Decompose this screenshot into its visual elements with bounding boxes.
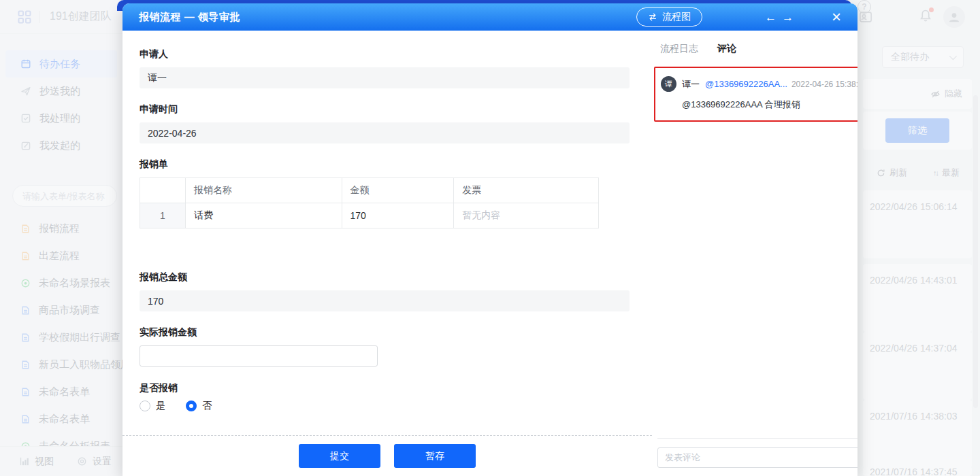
settings-button[interactable]: 设置 [77, 456, 112, 468]
todo-card[interactable]: 2022/04/26 14:37:04 [863, 332, 972, 400]
form-list-item[interactable]: 出差流程 [0, 242, 136, 269]
form-list-item[interactable]: 未命名场景报表 [0, 269, 136, 296]
comment-input[interactable] [657, 447, 858, 468]
chevron-down-icon [949, 52, 957, 60]
sidebar-item-cc-to-me[interactable]: 抄送我的 [5, 78, 117, 105]
table-row: 1 话费 170 暂无内容 [140, 203, 599, 228]
calendar-icon [20, 58, 31, 69]
form-item-label: 未命名表单 [39, 386, 90, 398]
cell-amount: 170 [342, 203, 454, 228]
comment-mention-link[interactable]: @13369692226AA... [705, 79, 787, 89]
form-list-item[interactable]: 未命名表单 [0, 378, 136, 405]
flowchart-button[interactable]: 流程图 [636, 7, 702, 27]
task-dialog: 报销流程 — 领导审批 流程图 ← → × 申请人 谭一 申请时间 202 [122, 3, 858, 476]
report-icon [20, 278, 31, 288]
expense-table: 报销名称 金额 发票 1 话费 170 暂无内容 [140, 177, 599, 228]
field-label-total: 报销总金额 [140, 271, 630, 284]
actual-amount-input[interactable] [140, 345, 378, 367]
prev-arrow-icon[interactable]: ← [765, 12, 777, 23]
todo-filter-select[interactable]: 全部待办 [882, 46, 964, 68]
todo-filter-value: 全部待办 [891, 51, 929, 63]
user-avatar[interactable] [943, 6, 965, 28]
form-list-item[interactable]: 学校假期出行调查 [0, 324, 136, 351]
todo-card[interactable]: 2021/07/16 14:38:03 [863, 400, 972, 468]
cell-index: 1 [140, 203, 186, 228]
file-icon [20, 251, 31, 261]
radio-yes[interactable]: 是 [140, 400, 165, 412]
todo-timestamp: 2021/07/16 14:37:45 [870, 466, 957, 476]
refresh-button[interactable]: 刷新 [877, 167, 907, 179]
apps-grid-icon[interactable] [18, 10, 31, 24]
sidebar-item-label: 抄送我的 [39, 85, 80, 98]
form-footer: 提交 暂存 [122, 435, 652, 476]
radio-yes-label: 是 [156, 400, 165, 412]
todo-card[interactable]: 2022/04/26 15:06:14 [863, 190, 972, 258]
todo-timestamp: 2022/04/26 14:37:04 [870, 343, 957, 354]
submit-button[interactable]: 提交 [299, 444, 380, 468]
form-list-item[interactable]: 报销流程 [0, 215, 136, 242]
edit-icon [20, 140, 31, 151]
col-header-invoice: 发票 [454, 178, 599, 203]
sort-latest-button[interactable]: ↑↓ 最新 [933, 167, 960, 179]
col-header-index [140, 178, 186, 203]
close-icon[interactable]: × [826, 9, 847, 25]
next-arrow-icon[interactable]: → [782, 12, 794, 23]
hide-toggle[interactable]: 隐藏 [863, 79, 972, 109]
bell-icon[interactable] [919, 9, 932, 22]
radio-no-label: 否 [202, 400, 212, 412]
sort-label: 最新 [942, 167, 960, 179]
sidebar-nav: 待办任务 抄送我的 我处理的 我发起的 [0, 34, 122, 159]
sidebar-item-todo-tasks[interactable]: 待办任务 [5, 50, 117, 78]
form-item-label: 未命名表单 [39, 413, 90, 426]
todo-list-panel: ? 全部待办 隐藏 筛选 [858, 0, 980, 476]
todo-card[interactable]: 2022/04/26 14:43:01 [863, 264, 972, 332]
col-header-amount: 金额 [342, 178, 454, 203]
comment-author: 谭一 [682, 78, 700, 90]
file-icon [20, 224, 31, 234]
topbar-icons: ? [858, 0, 980, 34]
tab-process-log[interactable]: 流程日志 [660, 43, 698, 55]
field-label-actual: 实际报销金额 [140, 326, 630, 339]
cell-name: 话费 [185, 203, 342, 228]
dialog-nav-arrows: ← → [765, 12, 794, 23]
flow-icon [648, 12, 657, 22]
notification-dot [929, 7, 934, 12]
form-search-input[interactable] [12, 185, 117, 207]
form-list-item[interactable]: 商品市场调查 [0, 296, 136, 324]
save-draft-button[interactable]: 暂存 [394, 444, 476, 468]
radio-circle-icon [140, 401, 150, 411]
views-button[interactable]: 视图 [19, 456, 54, 468]
gear-icon [77, 456, 87, 466]
file-icon [20, 305, 31, 316]
file-icon [20, 387, 31, 397]
total-amount-field: 170 [140, 290, 630, 311]
comments-panel: 流程日志 评论 谭 谭一 @13369692226AA... 2022-04-2… [652, 31, 858, 476]
divider [39, 11, 40, 23]
form-list-item[interactable]: 未命名表单 [0, 405, 136, 432]
yesno-radio-group: 是 否 [140, 400, 630, 412]
send-icon [20, 86, 31, 97]
filter-button[interactable]: 筛选 [885, 118, 949, 143]
team-name[interactable]: 191创建团队 [50, 10, 112, 24]
dialog-header: 报销流程 — 领导审批 流程图 ← → × [122, 3, 858, 31]
sidebar-item-handled-by-me[interactable]: 我处理的 [5, 105, 117, 132]
todo-card[interactable]: 2021/07/16 14:37:45 [863, 466, 972, 476]
table-header-row: 报销名称 金额 发票 [140, 178, 599, 203]
radio-no[interactable]: 否 [186, 400, 212, 412]
tab-comments[interactable]: 评论 [717, 43, 736, 55]
scrollbar-thumb[interactable] [973, 95, 978, 408]
form-item-label: 商品市场调查 [39, 304, 100, 317]
todo-timestamp: 2022/04/26 14:43:01 [870, 275, 957, 286]
todo-timestamp: 2021/07/16 14:38:03 [870, 411, 957, 422]
app-screen: 191创建团队 待办任务 抄送我的 我处理的 [0, 0, 980, 476]
form-item-label: 报销流程 [39, 222, 80, 235]
todo-timestamp: 2022/04/26 15:06:14 [870, 201, 957, 212]
sidebar: 191创建团队 待办任务 抄送我的 我处理的 [0, 0, 122, 476]
cell-invoice: 暂无内容 [454, 203, 599, 228]
field-label-apply-time: 申请时间 [140, 103, 630, 116]
sidebar-item-initiated-by-me[interactable]: 我发起的 [5, 132, 117, 159]
form-item-label: 学校假期出行调查 [39, 331, 120, 344]
form-item-label: 未命名场景报表 [39, 277, 110, 290]
member-card-icon[interactable] [859, 10, 872, 24]
form-list-item[interactable]: 新员工入职物品领用 [0, 351, 136, 378]
